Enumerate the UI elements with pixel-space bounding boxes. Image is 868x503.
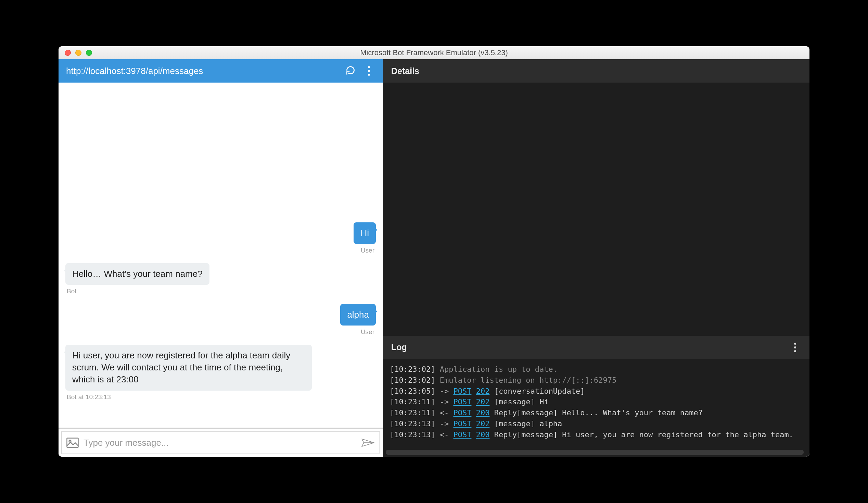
message-bubble-bot[interactable]: Hi user, you are now registered for the … xyxy=(65,345,312,390)
kebab-icon xyxy=(368,66,370,76)
log-line[interactable]: [10:23:13] -> POST 202 [message] alpha xyxy=(390,419,803,429)
zoom-window-button[interactable] xyxy=(86,50,92,56)
refresh-button[interactable] xyxy=(344,65,356,77)
log-line[interactable]: [10:23:13] <- POST 200 Reply[message] Hi… xyxy=(390,429,803,440)
endpoint-url-input[interactable] xyxy=(66,66,338,77)
log-status-link[interactable]: 202 xyxy=(476,419,490,428)
chat-pane: Hi User Hello… What's your team name? Bo… xyxy=(59,59,383,457)
menu-button[interactable] xyxy=(363,65,375,77)
log-status-link[interactable]: 200 xyxy=(476,430,490,439)
details-body xyxy=(383,83,809,336)
log-body[interactable]: [10:23:02] Application is up to date.[10… xyxy=(383,359,809,450)
message-meta: User xyxy=(359,328,376,336)
message-bubble-user[interactable]: alpha xyxy=(340,304,376,325)
app-window: Microsoft Bot Framework Emulator (v3.5.2… xyxy=(59,46,809,457)
log-method-link[interactable]: POST xyxy=(453,387,471,395)
kebab-icon xyxy=(794,343,796,352)
attach-image-button[interactable] xyxy=(66,437,79,448)
close-window-button[interactable] xyxy=(65,50,71,56)
endpoint-bar xyxy=(59,59,383,83)
message-input[interactable] xyxy=(83,437,356,448)
log-horizontal-scrollbar[interactable] xyxy=(386,450,804,455)
send-button[interactable] xyxy=(361,437,375,448)
log-title: Log xyxy=(391,342,407,352)
log-status-link[interactable]: 200 xyxy=(476,409,490,417)
message-row: Hi User xyxy=(65,222,376,254)
message-meta: User xyxy=(359,247,376,254)
message-bubble-bot[interactable]: Hello… What's your team name? xyxy=(65,263,209,285)
app-body: Hi User Hello… What's your team name? Bo… xyxy=(59,59,809,457)
message-meta: Bot xyxy=(65,288,78,295)
log-method-link[interactable]: POST xyxy=(453,430,471,439)
log-status-link[interactable]: 202 xyxy=(476,387,490,395)
log-menu-button[interactable] xyxy=(789,341,801,354)
log-method-link[interactable]: POST xyxy=(453,398,471,406)
window-title: Microsoft Bot Framework Emulator (v3.5.2… xyxy=(59,48,809,57)
message-row: alpha User xyxy=(65,304,376,336)
send-icon xyxy=(361,437,375,448)
titlebar: Microsoft Bot Framework Emulator (v3.5.2… xyxy=(59,46,809,59)
message-row: Hi user, you are now registered for the … xyxy=(65,345,376,401)
log-line[interactable]: [10:23:02] Emulator listening on http://… xyxy=(390,375,803,386)
details-title: Details xyxy=(391,66,419,76)
composer xyxy=(59,427,383,457)
chat-scroll[interactable]: Hi User Hello… What's your team name? Bo… xyxy=(59,83,383,427)
message-row: Hello… What's your team name? Bot xyxy=(65,263,376,295)
log-header: Log xyxy=(383,336,809,359)
chat-spacer xyxy=(65,89,376,222)
log-line[interactable]: [10:23:11] <- POST 200 Reply[message] He… xyxy=(390,408,803,419)
composer-inner xyxy=(61,431,380,454)
log-line[interactable]: [10:23:11] -> POST 202 [message] Hi xyxy=(390,396,803,408)
svg-rect-0 xyxy=(67,438,79,447)
log-status-link[interactable]: 202 xyxy=(476,398,490,406)
refresh-icon xyxy=(346,66,355,77)
message-meta: Bot at 10:23:13 xyxy=(65,393,112,401)
log-line[interactable]: [10:23:02] Application is up to date. xyxy=(390,364,803,375)
minimize-window-button[interactable] xyxy=(75,50,81,56)
log-line[interactable]: [10:23:05] -> POST 202 [conversationUpda… xyxy=(390,386,803,397)
log-method-link[interactable]: POST xyxy=(453,419,471,428)
log-method-link[interactable]: POST xyxy=(453,409,471,417)
inspector-pane: Details Log [10:23:02] Application is up… xyxy=(383,59,809,457)
message-bubble-user[interactable]: Hi xyxy=(353,222,376,244)
traffic-lights xyxy=(59,50,92,56)
details-header: Details xyxy=(383,59,809,83)
image-icon xyxy=(66,437,79,448)
